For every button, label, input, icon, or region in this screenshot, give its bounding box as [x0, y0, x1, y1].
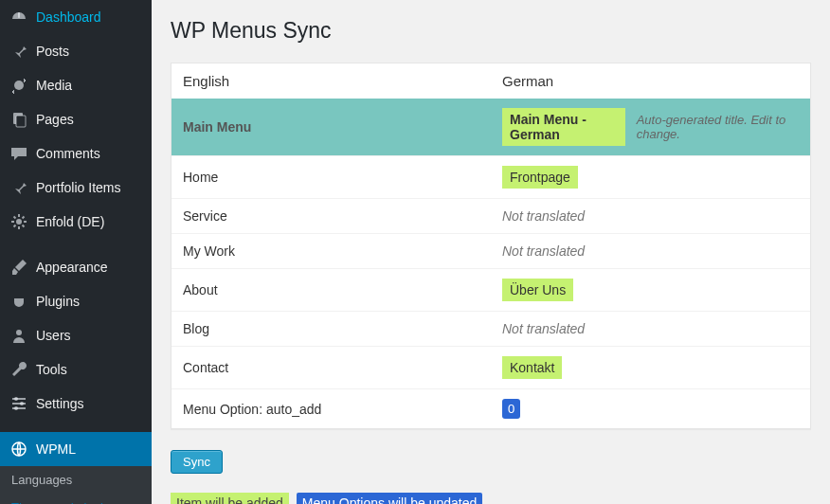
dashboard-icon [9, 8, 28, 27]
sidebar-item-comments[interactable]: Comments [0, 136, 152, 171]
sliders-icon [9, 394, 28, 413]
sidebar-item-plugins[interactable]: Plugins [0, 284, 152, 318]
sidebar-item-label: Appearance [36, 260, 108, 275]
menu-title-row: Main Menu Main Menu - German Auto-genera… [171, 99, 810, 155]
sidebar-item-tools[interactable]: Tools [0, 352, 152, 387]
sidebar-sub-languages[interactable]: Languages [0, 466, 152, 494]
menu-option-value-badge: 0 [502, 399, 520, 419]
sidebar-item-pages[interactable]: Pages [0, 102, 152, 136]
menu-option-row: Menu Option: auto_add 0 [171, 388, 810, 428]
sidebar-item-enfold[interactable]: Enfold (DE) [0, 205, 152, 239]
target-item-cell: Frontpage [491, 155, 810, 198]
sidebar-item-label: Enfold (DE) [36, 214, 104, 229]
table-row: Service Not translated [171, 198, 810, 233]
table-row: Home Frontpage [171, 155, 810, 198]
sidebar-item-label: Plugins [36, 294, 80, 309]
legend-item-updated: Menu Options will be updated [297, 493, 482, 504]
target-item-badge: Kontakt [502, 356, 562, 379]
brush-icon [9, 258, 28, 277]
sidebar-item-label: Users [36, 328, 71, 343]
sidebar-item-dashboard[interactable]: Dashboard [0, 0, 152, 34]
sidebar-item-settings[interactable]: Settings [0, 387, 152, 421]
table-row: My Work Not translated [171, 233, 810, 268]
sidebar-item-users[interactable]: Users [0, 318, 152, 352]
menu-name-source: Main Menu [171, 99, 491, 155]
sidebar-item-label: Comments [36, 146, 100, 161]
sidebar-item-portfolio[interactable]: Portfolio Items [0, 171, 152, 205]
pages-icon [9, 110, 28, 129]
svg-point-4 [16, 219, 22, 225]
sidebar-item-wpml[interactable]: WPML [0, 432, 152, 466]
sidebar-item-label: Dashboard [36, 9, 101, 25]
sidebar-item-label: Settings [36, 396, 84, 411]
sidebar-sub-theme-plugins[interactable]: Theme and plugins [0, 494, 152, 504]
source-item-label: About [171, 268, 491, 311]
sidebar-item-label: Tools [36, 362, 67, 377]
sidebar-item-appearance[interactable]: Appearance [0, 250, 152, 284]
svg-point-7 [20, 402, 24, 405]
source-item-label: My Work [171, 233, 491, 268]
source-item-label: Service [171, 198, 491, 233]
column-header-target: German [491, 63, 810, 99]
legend-item-added: Item will be added [171, 493, 289, 504]
menu-name-hint: Auto-generated title. Edit to change. [637, 113, 799, 141]
menu-option-label: Menu Option: auto_add [171, 388, 491, 428]
target-item-cell: Not translated [491, 198, 810, 233]
svg-rect-3 [16, 116, 26, 127]
target-item-badge: Frontpage [502, 166, 578, 189]
sidebar-item-label: Media [36, 78, 72, 93]
pin-icon [9, 178, 28, 197]
menus-sync-table: English German Main Menu Main Menu - Ger… [171, 63, 811, 429]
sync-button[interactable]: Sync [171, 450, 223, 474]
admin-sidebar: Dashboard Posts Media Pages Comments Por… [0, 0, 152, 504]
media-icon [9, 76, 28, 95]
page-title: WP Menus Sync [171, 9, 811, 63]
menu-name-target-cell: Main Menu - German Auto-generated title.… [491, 99, 810, 155]
target-item-cell: Not translated [491, 233, 810, 268]
sidebar-item-label: Pages [36, 112, 74, 127]
main-content: WP Menus Sync English German Main Menu M… [152, 0, 830, 504]
not-translated-label: Not translated [502, 321, 585, 336]
source-item-label: Blog [171, 311, 491, 346]
globe-icon [9, 440, 28, 459]
legend: Item will be added Menu Options will be … [171, 493, 811, 504]
wrench-icon [9, 360, 28, 379]
pin-icon [9, 42, 28, 61]
target-item-cell: Kontakt [491, 346, 810, 388]
sidebar-item-label: Posts [36, 44, 69, 59]
svg-point-8 [14, 406, 18, 410]
table-header-row: English German [171, 63, 810, 99]
table-row: Contact Kontakt [171, 346, 810, 388]
not-translated-label: Not translated [502, 243, 585, 259]
svg-point-1 [14, 81, 24, 90]
plug-icon [9, 292, 28, 311]
gear-icon [9, 212, 28, 231]
source-item-label: Contact [171, 346, 491, 388]
table-row: About Über Uns [171, 268, 810, 311]
user-icon [9, 326, 28, 345]
target-item-cell: Not translated [491, 311, 810, 346]
target-item-cell: Über Uns [491, 268, 810, 311]
sidebar-item-label: WPML [36, 441, 76, 457]
menu-option-value-cell: 0 [491, 388, 810, 428]
sidebar-item-posts[interactable]: Posts [0, 34, 152, 68]
sidebar-submenu: Languages Theme and plugins [0, 466, 152, 504]
not-translated-label: Not translated [502, 208, 585, 224]
target-item-badge: Über Uns [502, 279, 573, 301]
sidebar-item-label: Portfolio Items [36, 180, 120, 195]
sidebar-item-media[interactable]: Media [0, 68, 152, 102]
svg-point-6 [14, 397, 18, 401]
comment-icon [9, 144, 28, 163]
source-item-label: Home [171, 155, 491, 198]
svg-point-5 [16, 330, 22, 335]
menu-name-target-badge[interactable]: Main Menu - German [502, 108, 625, 146]
svg-rect-0 [18, 12, 20, 18]
column-header-source: English [171, 63, 491, 99]
table-row: Blog Not translated [171, 311, 810, 346]
